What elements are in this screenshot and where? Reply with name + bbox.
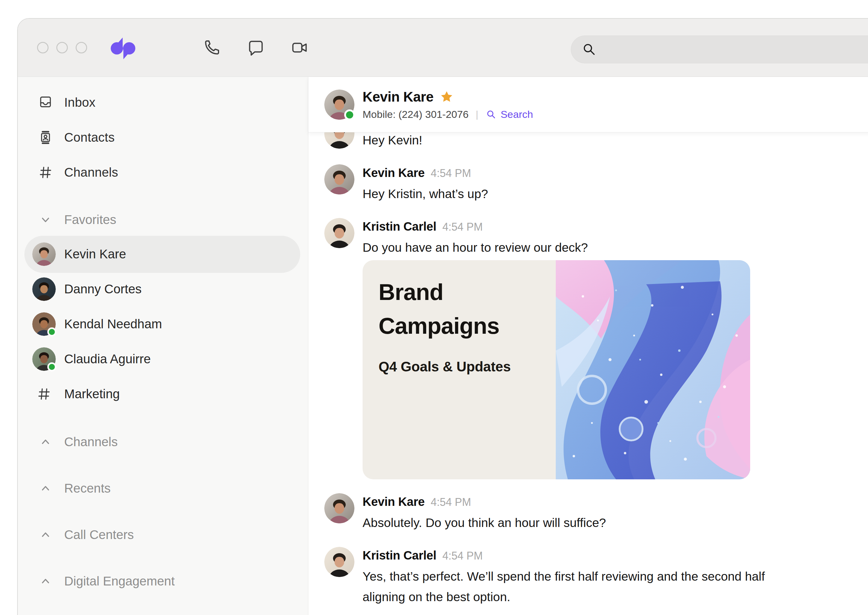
message: Kristin Carlel4:54 PMYes, that’s perfect… [324, 547, 868, 607]
message-header: Kristin Carlel4:54 PM [363, 547, 779, 564]
message: Kevin Kare4:54 PMHey Kristin, what’s up? [324, 164, 868, 204]
search-icon [486, 109, 497, 120]
chevron-down-icon [39, 214, 51, 226]
avatar-danny [32, 277, 56, 301]
message: Kristin Carlel4:54 PMDo you have an hour… [324, 218, 868, 479]
sidebar-nav: InboxContactsChannels [18, 85, 308, 190]
message-text: Yes, that’s perfect. We’ll spend the fir… [363, 566, 779, 607]
message-timestamp: 4:54 PM [443, 548, 483, 564]
screen: InboxContactsChannels Favorites Kevin Ka… [0, 0, 868, 615]
sidebar-item-channels[interactable]: Channels [18, 155, 308, 190]
message-body: Kevin Kare4:54 PMHey Kristin, what’s up? [363, 164, 488, 204]
sidebar-section-label: Call Centers [64, 528, 134, 542]
favorite-item-label: Claudia Aguirre [64, 352, 151, 366]
avatar-kristin [324, 218, 354, 248]
phone-icon[interactable] [202, 38, 222, 58]
avatar-kevin [324, 164, 354, 194]
message-author: Kristin Carlel [363, 547, 436, 564]
favorite-item-label: Danny Cortes [64, 282, 142, 297]
message-body: Kristin Carlel4:54 PMYes, that’s perfect… [363, 547, 779, 607]
message-text: Hey Kristin, what’s up? [363, 184, 488, 204]
attachment-subtitle: Q4 Goals & Updates [379, 359, 544, 375]
attachment-artwork-image [556, 260, 750, 479]
message-text: Do you have an hour to review our deck? [363, 237, 750, 258]
message-author: Kevin Kare [363, 493, 425, 510]
sidebar-section-recents[interactable]: Recents [18, 465, 308, 512]
presence-online-dot [47, 362, 56, 371]
titlebar [18, 19, 868, 77]
avatar-kevin [32, 242, 56, 266]
sidebar-section-channels[interactable]: Channels [18, 419, 308, 465]
sidebar: InboxContactsChannels Favorites Kevin Ka… [18, 77, 308, 615]
star-icon[interactable] [440, 90, 453, 103]
favorite-item-kendal-needham[interactable]: Kendal Needham [18, 307, 308, 342]
contact-phone: Mobile: (224) 301-2076 [363, 109, 469, 120]
contact-name: Kevin Kare [363, 89, 433, 105]
sidebar-section-label: Digital Engagement [64, 574, 175, 588]
chevron-up-icon [39, 575, 51, 587]
conversation-search-label: Search [500, 109, 533, 120]
attachment-text-panel: BrandCampaignsQ4 Goals & Updates [363, 260, 556, 479]
message-header: Kevin Kare4:54 PM [363, 164, 488, 182]
conversation-search-button[interactable]: Search [486, 109, 533, 120]
attachment-card-brand-campaigns[interactable]: BrandCampaignsQ4 Goals & Updates [363, 260, 750, 479]
app-body: InboxContactsChannels Favorites Kevin Ka… [18, 77, 868, 615]
message-timestamp: 4:54 PM [443, 219, 483, 236]
message-text: Absolutely. Do you think an hour will su… [363, 512, 606, 533]
divider [18, 412, 308, 419]
favorites-list: Kevin KareDanny CortesKendal NeedhamClau… [18, 237, 308, 412]
window-control-icon[interactable] [56, 42, 68, 53]
message-header: Kristin Carlel4:54 PM [363, 218, 750, 236]
conversation-header: Kevin Kare Mobile: (224) 301-2076 | Sear… [308, 77, 868, 132]
presence-online-dot [47, 328, 56, 336]
message-header: Kevin Kare4:54 PM [363, 493, 606, 511]
favorite-item-marketing[interactable]: Marketing [18, 376, 308, 412]
chevron-up-icon [39, 529, 51, 541]
favorites-label: Favorites [64, 212, 116, 227]
sidebar-section-call-centers[interactable]: Call Centers [18, 512, 308, 558]
app-window: InboxContactsChannels Favorites Kevin Ka… [17, 18, 868, 615]
favorite-item-danny-cortes[interactable]: Danny Cortes [18, 272, 308, 307]
window-control-icon[interactable] [37, 42, 48, 53]
message-icon[interactable] [246, 38, 266, 58]
hash-icon [38, 165, 53, 180]
avatar-kristin [324, 547, 354, 577]
conversation-pane: Kevin Kare Mobile: (224) 301-2076 | Sear… [308, 77, 868, 615]
dialpad-logo-icon [108, 25, 137, 70]
sidebar-item-label: Contacts [64, 130, 115, 145]
avatar-kevin [324, 493, 354, 523]
titlebar-actions [202, 38, 310, 58]
avatar [324, 89, 354, 120]
message-text: Hey Kevin! [363, 132, 422, 150]
divider [18, 190, 308, 203]
inbox-icon [38, 95, 53, 110]
window-control-icon[interactable] [76, 42, 87, 53]
global-search-input[interactable] [571, 36, 868, 63]
sidebar-item-label: Inbox [64, 95, 95, 110]
conversation-header-text: Kevin Kare Mobile: (224) 301-2076 | Sear… [363, 89, 533, 120]
favorite-item-claudia-aguirre[interactable]: Claudia Aguirre [18, 342, 308, 376]
sidebar-item-inbox[interactable]: Inbox [18, 85, 308, 120]
message-author: Kristin Carlel [363, 218, 436, 235]
avatar-claudia [32, 347, 56, 371]
window-controls [37, 42, 87, 53]
sidebar-section-label: Channels [64, 435, 118, 449]
message-body: Kevin Kare4:54 PMAbsolutely. Do you thin… [363, 493, 606, 533]
divider: | [476, 109, 478, 120]
favorite-item-label: Kendal Needham [64, 317, 162, 331]
chevron-up-icon [39, 482, 51, 495]
chevron-up-icon [39, 436, 51, 448]
presence-online-dot [344, 109, 355, 120]
message: Kevin Kare4:54 PMAbsolutely. Do you thin… [324, 493, 868, 533]
sidebar-item-label: Channels [64, 165, 118, 180]
search-icon [581, 42, 597, 57]
sidebar-section-digital-engagement[interactable]: Digital Engagement [18, 558, 308, 604]
message-timestamp: 4:54 PM [431, 165, 471, 182]
favorites-section-header[interactable]: Favorites [18, 203, 308, 237]
video-icon[interactable] [290, 38, 310, 58]
message-timestamp: 4:54 PM [431, 494, 471, 511]
favorite-item-kevin-kare[interactable]: Kevin Kare [18, 237, 308, 272]
avatar-kendal [32, 312, 56, 336]
sidebar-item-contacts[interactable]: Contacts [18, 120, 308, 155]
message-list[interactable]: Hey Kevin!Kevin Kare4:54 PMHey Kristin, … [308, 132, 868, 615]
